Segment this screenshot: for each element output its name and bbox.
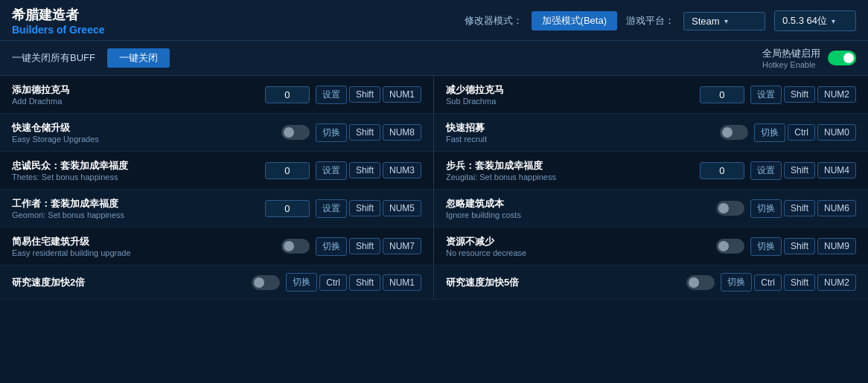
cheat-info: 添加德拉克马 Add Drachma bbox=[12, 83, 259, 106]
game-title-cn: 希腊建造者 bbox=[12, 6, 105, 24]
thetes-key1-btn[interactable]: Shift bbox=[349, 162, 380, 178]
hotkey-label-en: Hotkey Enable bbox=[762, 60, 820, 69]
thetes-key2-btn[interactable]: NUM3 bbox=[383, 162, 421, 178]
no-resource-decrease-action-btn[interactable]: 切换 bbox=[750, 237, 782, 256]
add-drachma-input[interactable] bbox=[265, 86, 310, 103]
research-x2-key2-btn[interactable]: Shift bbox=[349, 274, 380, 291]
easy-residential-key1-btn[interactable]: Shift bbox=[349, 238, 380, 254]
easy-residential-action-btn[interactable]: 切换 bbox=[316, 237, 347, 256]
cheat-name-en: Easy Storage Upgrades bbox=[12, 135, 275, 144]
zeugitai-input[interactable] bbox=[700, 162, 744, 179]
zeugitai-action-btn[interactable]: 设置 bbox=[750, 161, 782, 180]
cheat-info: 研究速度加快2倍 bbox=[12, 276, 246, 289]
sub-drachma-action-btn[interactable]: 设置 bbox=[750, 86, 782, 104]
cheat-name-cn: 快速招募 bbox=[446, 121, 714, 135]
version-select[interactable]: 0.5.3 64位 ▾ bbox=[774, 10, 856, 31]
cheat-info: 减少德拉克马 Sub Drachma bbox=[446, 83, 694, 106]
cheat-info: 简易住宅建筑升级 Easy residental building upgrad… bbox=[12, 235, 275, 257]
add-drachma-key2-btn[interactable]: NUM1 bbox=[383, 86, 421, 103]
research-x5-key2-btn[interactable]: Shift bbox=[784, 274, 815, 291]
cheat-add-drachma: 添加德拉克马 Add Drachma 设置 Shift NUM1 bbox=[0, 76, 433, 114]
geomori-action-btn[interactable]: 设置 bbox=[316, 199, 347, 218]
no-resource-decrease-toggle[interactable] bbox=[716, 239, 744, 254]
buff-section: 一键关闭所有BUFF 一键关闭 bbox=[12, 48, 170, 68]
cheat-research-x5: 研究速度加快5倍 切换 Ctrl Shift NUM2 bbox=[434, 265, 868, 300]
ignore-building-costs-key1-btn[interactable]: Shift bbox=[784, 200, 815, 216]
cheat-name-cn: 减少德拉克马 bbox=[446, 83, 694, 97]
fast-recruit-key2-btn[interactable]: NUM0 bbox=[817, 124, 856, 141]
platform-chevron-icon: ▾ bbox=[724, 17, 728, 25]
cheat-name-en: Ignore building costs bbox=[446, 210, 710, 219]
platform-select[interactable]: Steam ▾ bbox=[683, 12, 765, 30]
cheat-name-cn: 步兵：套装加成幸福度 bbox=[446, 159, 694, 173]
cheat-thetes: 忠诚民众：套装加成幸福度 Thetes: Set bonus happiness… bbox=[0, 152, 433, 190]
fast-recruit-keys: 切换 Ctrl NUM0 bbox=[754, 123, 856, 142]
research-x5-action-btn[interactable]: 切换 bbox=[721, 273, 752, 292]
cheat-name-en: Sub Drachma bbox=[446, 97, 694, 106]
geomori-input[interactable] bbox=[265, 200, 310, 217]
mode-button[interactable]: 加强模式(Beta) bbox=[532, 11, 617, 30]
easy-storage-key2-btn[interactable]: NUM8 bbox=[383, 124, 421, 141]
cheat-research-x2: 研究速度加快2倍 切换 Ctrl Shift NUM1 bbox=[0, 265, 433, 300]
sub-drachma-input[interactable] bbox=[700, 86, 744, 103]
research-x2-key1-btn[interactable]: Ctrl bbox=[319, 274, 347, 291]
version-value: 0.5.3 64位 bbox=[782, 14, 827, 28]
thetes-action-btn[interactable]: 设置 bbox=[316, 161, 347, 180]
easy-residential-toggle[interactable] bbox=[281, 239, 310, 254]
geomori-key1-btn[interactable]: Shift bbox=[349, 200, 380, 216]
research-x2-toggle[interactable] bbox=[252, 275, 280, 290]
research-x5-key1-btn[interactable]: Ctrl bbox=[754, 274, 782, 291]
research-x5-toggle[interactable] bbox=[686, 275, 715, 290]
geomori-keys: 设置 Shift NUM5 bbox=[316, 199, 421, 218]
thetes-input[interactable] bbox=[265, 162, 310, 179]
fast-recruit-key1-btn[interactable]: Ctrl bbox=[788, 124, 815, 141]
cheat-info: 工作者：套装加成幸福度 Geomori: Set bonus happiness bbox=[12, 197, 259, 219]
cheat-sub-drachma: 减少德拉克马 Sub Drachma 设置 Shift NUM2 bbox=[434, 76, 868, 114]
ignore-building-costs-key2-btn[interactable]: NUM6 bbox=[817, 200, 856, 216]
sub-drachma-keys: 设置 Shift NUM2 bbox=[750, 86, 856, 104]
left-column: 添加德拉克马 Add Drachma 设置 Shift NUM1 快速仓储升级 … bbox=[0, 76, 434, 300]
easy-residential-key2-btn[interactable]: NUM7 bbox=[383, 238, 421, 254]
sub-drachma-key1-btn[interactable]: Shift bbox=[784, 86, 815, 103]
ignore-building-costs-toggle[interactable] bbox=[716, 201, 744, 216]
easy-storage-action-btn[interactable]: 切换 bbox=[316, 123, 347, 142]
cheat-grid: 添加德拉克马 Add Drachma 设置 Shift NUM1 快速仓储升级 … bbox=[0, 76, 868, 300]
platform-value: Steam bbox=[692, 16, 720, 27]
easy-storage-key1-btn[interactable]: Shift bbox=[349, 124, 380, 141]
easy-residential-keys: 切换 Shift NUM7 bbox=[316, 237, 421, 256]
add-drachma-action-btn[interactable]: 设置 bbox=[316, 86, 347, 104]
research-x2-key3-btn[interactable]: NUM1 bbox=[383, 274, 421, 291]
zeugitai-key2-btn[interactable]: NUM4 bbox=[817, 162, 856, 178]
cheat-name-en: Thetes: Set bonus happiness bbox=[12, 173, 259, 181]
version-chevron-icon: ▾ bbox=[832, 17, 835, 25]
fast-recruit-toggle[interactable] bbox=[720, 125, 748, 140]
top-bar: 一键关闭所有BUFF 一键关闭 全局热键启用 Hotkey Enable bbox=[0, 41, 868, 76]
sub-drachma-key2-btn[interactable]: NUM2 bbox=[817, 86, 856, 103]
zeugitai-key1-btn[interactable]: Shift bbox=[784, 162, 815, 178]
cheat-zeugitai: 步兵：套装加成幸福度 Zeugitai: Set bonus happiness… bbox=[434, 152, 868, 190]
buff-close-button[interactable]: 一键关闭 bbox=[107, 48, 170, 68]
hotkey-label-cn: 全局热键启用 bbox=[762, 47, 820, 60]
hotkey-toggle[interactable] bbox=[828, 51, 856, 65]
add-drachma-key1-btn[interactable]: Shift bbox=[349, 86, 380, 103]
cheat-name-en: Fast recruit bbox=[446, 135, 714, 144]
fast-recruit-action-btn[interactable]: 切换 bbox=[754, 123, 785, 142]
cheat-info: 忠诚民众：套装加成幸福度 Thetes: Set bonus happiness bbox=[12, 159, 259, 181]
game-title-en: Builders of Greece bbox=[12, 24, 105, 36]
cheat-fast-recruit: 快速招募 Fast recruit 切换 Ctrl NUM0 bbox=[434, 114, 868, 152]
cheat-name-cn: 忽略建筑成本 bbox=[446, 197, 710, 210]
no-resource-decrease-key1-btn[interactable]: Shift bbox=[784, 238, 815, 254]
cheat-name-en: Zeugitai: Set bonus happiness bbox=[446, 173, 694, 181]
cheat-name-cn: 忠诚民众：套装加成幸福度 bbox=[12, 159, 259, 173]
research-x5-key3-btn[interactable]: NUM2 bbox=[817, 274, 856, 291]
ignore-building-costs-action-btn[interactable]: 切换 bbox=[750, 199, 782, 218]
research-x2-action-btn[interactable]: 切换 bbox=[286, 273, 317, 292]
cheat-name-cn: 资源不减少 bbox=[446, 235, 710, 248]
no-resource-decrease-key2-btn[interactable]: NUM9 bbox=[817, 238, 856, 254]
hotkey-section: 全局热键启用 Hotkey Enable bbox=[762, 47, 856, 69]
add-drachma-keys: 设置 Shift NUM1 bbox=[316, 86, 421, 104]
ignore-building-costs-keys: 切换 Shift NUM6 bbox=[750, 199, 856, 218]
easy-storage-toggle[interactable] bbox=[281, 125, 310, 140]
cheat-name-cn: 工作者：套装加成幸福度 bbox=[12, 197, 259, 210]
geomori-key2-btn[interactable]: NUM5 bbox=[383, 200, 421, 216]
